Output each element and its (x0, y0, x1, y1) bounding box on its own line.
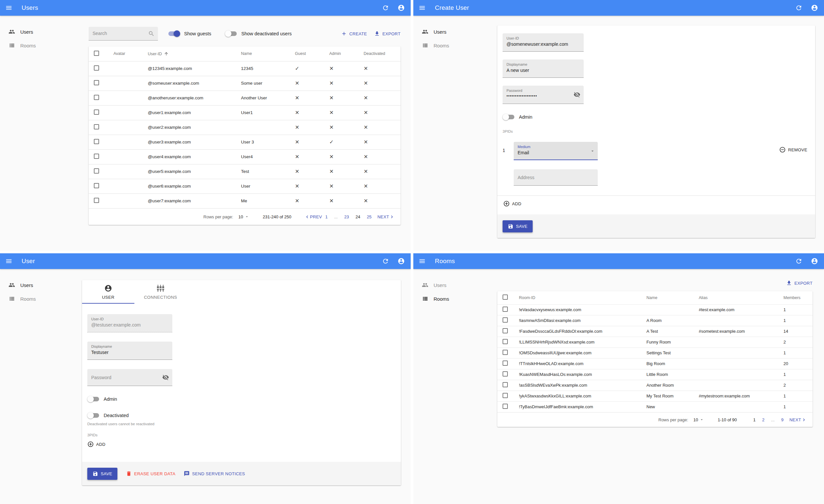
column-header-name[interactable]: Name (236, 46, 290, 61)
room-row[interactable]: !eVasdacvxysewus:example.com#test:exampl… (497, 304, 813, 315)
row-checkbox[interactable] (503, 404, 508, 409)
refresh-icon[interactable] (382, 4, 389, 11)
row-checkbox[interactable] (503, 371, 508, 377)
row-checkbox[interactable] (503, 382, 508, 387)
next-page-button[interactable]: NEXT (789, 417, 807, 422)
menu-icon[interactable] (5, 4, 12, 11)
refresh-icon[interactable] (795, 258, 802, 265)
sidebar-item-users[interactable]: Users (413, 278, 493, 292)
user-row[interactable]: @anotheruser:example.comAnother User✕✕✕ (89, 91, 401, 105)
user-id-field[interactable]: User-ID @somenewuser:example.com (503, 33, 584, 52)
row-checkbox[interactable] (503, 339, 508, 344)
row-checkbox[interactable] (94, 168, 99, 173)
show-deactivated-toggle[interactable] (225, 30, 237, 37)
sidebar-item-users[interactable]: Users (413, 25, 493, 38)
password-field[interactable]: Password (87, 369, 172, 386)
menu-icon[interactable] (5, 258, 12, 265)
row-checkbox[interactable] (94, 124, 99, 129)
sidebar-item-users[interactable]: Users (0, 25, 80, 38)
user-row[interactable]: @user5:example.comTest✕✕✕ (89, 164, 401, 179)
column-header-name[interactable]: Name (641, 291, 694, 304)
erase-user-data-button[interactable]: ERASE USER DATA (126, 471, 175, 477)
create-button[interactable]: CREATE (341, 31, 367, 37)
row-checkbox[interactable] (94, 80, 99, 85)
row-checkbox[interactable] (503, 361, 508, 366)
column-header-admin[interactable]: Admin (324, 46, 358, 61)
refresh-icon[interactable] (795, 4, 802, 11)
page-button-23[interactable]: 23 (344, 215, 349, 219)
address-input[interactable]: Address (514, 169, 598, 185)
save-button[interactable]: SAVE (503, 220, 533, 232)
row-checkbox[interactable] (94, 154, 99, 159)
room-row[interactable]: !lasmnwASmDllasi:example.comA Room1 (497, 315, 813, 326)
row-checkbox[interactable] (503, 318, 508, 323)
password-field[interactable]: Password •••••••••••••••••• (503, 86, 584, 104)
send-server-notices-button[interactable]: SEND SERVER NOTICES (184, 471, 245, 477)
room-row[interactable]: !FasdweDssccaGLdsFRddsOl:example.comA Te… (497, 326, 813, 337)
menu-icon[interactable] (419, 4, 426, 11)
admin-toggle[interactable] (503, 114, 515, 120)
column-header-members[interactable]: Members (769, 291, 813, 304)
row-checkbox[interactable] (503, 306, 508, 312)
room-row[interactable]: !ykAStwxasdwsKkxGILL:example.comMy Test … (497, 391, 813, 401)
select-all-checkbox[interactable] (503, 294, 508, 300)
page-button-2[interactable]: 2 (762, 417, 764, 422)
account-icon[interactable] (811, 4, 818, 11)
column-header-deactivated[interactable]: Deactivated (358, 46, 401, 61)
row-checkbox[interactable] (94, 66, 99, 71)
room-row[interactable]: !KuasNWEMasdHasLOs:example.comLittle Roo… (497, 369, 813, 380)
sidebar-item-rooms[interactable]: Rooms (0, 38, 80, 52)
sidebar-item-rooms[interactable]: Rooms (0, 292, 80, 305)
row-checkbox[interactable] (503, 350, 508, 355)
user-row[interactable]: @12345:example.com12345✓✕✕ (89, 61, 401, 76)
export-button[interactable]: EXPORT (786, 280, 813, 286)
rows-per-page-select[interactable]: 10 (238, 215, 249, 219)
add-threepid-button[interactable]: ADD (503, 200, 522, 207)
admin-toggle[interactable] (87, 396, 100, 402)
visibility-off-icon[interactable] (162, 374, 169, 381)
row-checkbox[interactable] (94, 110, 99, 115)
displayname-field[interactable]: Displayname A new user (503, 59, 584, 78)
remove-threepid-button[interactable]: REMOVE (779, 146, 807, 153)
account-icon[interactable] (398, 258, 405, 265)
room-row[interactable]: !asSBSlsdWEvaXwPk:example.comAnother Roo… (497, 380, 813, 391)
visibility-off-icon[interactable] (574, 91, 581, 98)
export-button[interactable]: EXPORT (374, 31, 401, 37)
column-header-room-id[interactable]: Room-ID (514, 291, 641, 304)
room-row[interactable]: !OMSDsdweassIlUUjjwe:example.comSettings… (497, 348, 813, 358)
show-guests-toggle[interactable] (168, 30, 180, 37)
account-icon[interactable] (398, 4, 405, 11)
tab-connections[interactable]: CONNECTIONS (134, 280, 187, 304)
user-row[interactable]: @someuser:example.comSome user✕✕✕ (89, 76, 401, 91)
prev-page-button[interactable]: PREV (304, 214, 322, 220)
room-row[interactable]: !TTnlslkHHweOLAD:example.comBig Room20 (497, 358, 813, 369)
column-header-guest[interactable]: Guest (290, 46, 324, 61)
row-checkbox[interactable] (94, 95, 99, 100)
row-checkbox[interactable] (94, 139, 99, 144)
page-button-25[interactable]: 25 (367, 215, 372, 219)
user-row[interactable]: @user2:example.com✕✕✕ (89, 120, 401, 135)
row-checkbox[interactable] (503, 393, 508, 398)
row-checkbox[interactable] (94, 198, 99, 203)
column-header-user-id[interactable]: User-ID (142, 46, 236, 61)
medium-select[interactable]: Medium Email (514, 142, 598, 160)
column-header-alias[interactable]: Alias (694, 291, 769, 304)
sidebar-item-users[interactable]: Users (0, 278, 80, 292)
save-button[interactable]: SAVE (87, 468, 117, 480)
tab-user[interactable]: USER (82, 280, 134, 304)
user-row[interactable]: @user4:example.comUser4✕✕✕ (89, 149, 401, 164)
user-row[interactable]: @user1:example.comUser1✕✕✕ (89, 105, 401, 120)
menu-icon[interactable] (419, 258, 426, 265)
page-button-9[interactable]: 9 (781, 417, 784, 422)
add-threepid-button[interactable]: ADD (87, 441, 106, 448)
room-row[interactable]: !LLIMSSNHrhRjsdWNXsd:example.comFunny Ro… (497, 337, 813, 348)
user-row[interactable]: @user7:example.comMe✕✕✕ (89, 194, 401, 208)
user-row[interactable]: @user3:example.comUser 3✕✓✕ (89, 135, 401, 149)
refresh-icon[interactable] (382, 258, 389, 265)
page-button-1[interactable]: 1 (325, 215, 328, 219)
sidebar-item-rooms[interactable]: Rooms (413, 292, 493, 305)
row-checkbox[interactable] (503, 328, 508, 334)
room-row[interactable]: !TyBasDmweIJdfFaeBmk:example.comNew1 (497, 401, 813, 412)
select-all-checkbox[interactable] (94, 51, 99, 56)
row-checkbox[interactable] (94, 183, 99, 188)
